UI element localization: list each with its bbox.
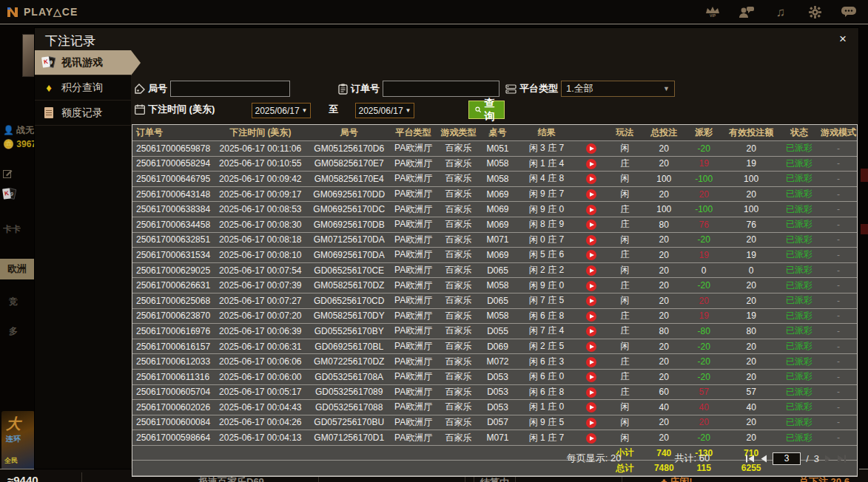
bet-time-label: 下注时间 (美东) xyxy=(148,103,215,116)
cell-game-type: 百家乐 xyxy=(437,234,480,246)
cell-play-type: 闲 xyxy=(605,172,644,185)
platform-list-icon xyxy=(505,84,517,94)
play-video-icon[interactable] xyxy=(586,159,596,169)
cell-table-no: M051 xyxy=(480,143,516,154)
play-video-icon[interactable] xyxy=(586,402,596,413)
column-header: 派彩 xyxy=(684,126,724,139)
cell-game-type: 百家乐 xyxy=(437,370,480,383)
column-header: 平台类型 xyxy=(390,126,437,139)
play-video-icon[interactable] xyxy=(586,311,596,322)
last-page-icon[interactable] xyxy=(837,455,847,463)
cell-round-no: GM058256170E4 xyxy=(309,174,390,184)
sidebar-item-points-query[interactable]: ♦ 积分查询 xyxy=(35,75,131,101)
close-icon[interactable]: × xyxy=(839,32,847,47)
sidebar-item-video-games[interactable]: 9K 视讯游戏 xyxy=(35,50,131,75)
cell-video xyxy=(577,417,605,428)
diamond-icon: ♦ xyxy=(42,82,55,93)
customer-service-icon[interactable] xyxy=(738,4,756,20)
play-video-icon[interactable] xyxy=(586,174,596,184)
play-video-icon[interactable] xyxy=(586,357,596,367)
play-video-icon[interactable] xyxy=(586,387,596,398)
cell-order-no: 250617000600084 xyxy=(132,417,212,427)
table-row: 2506170006431482025-06-17 00:09:17GM0692… xyxy=(132,187,857,203)
play-video-icon[interactable] xyxy=(586,250,596,260)
order-input[interactable] xyxy=(383,81,499,97)
cell-platform: PA欧洲厅 xyxy=(390,356,437,368)
column-header: 桌号 xyxy=(480,126,516,139)
bg-right-fragment xyxy=(861,224,868,234)
cell-order-no: 250617000626631 xyxy=(132,280,212,291)
play-video-icon[interactable] xyxy=(586,433,596,444)
brand-name: PLAY△CE xyxy=(24,6,78,18)
cell-platform: PA欧洲厅 xyxy=(390,279,437,292)
cell-bet-time: 2025-06-17 00:10:55 xyxy=(212,158,309,169)
cell-table-no: M069 xyxy=(480,220,516,230)
play-video-icon[interactable] xyxy=(586,265,596,276)
date-to-picker[interactable]: 2025/06/17 ▼ xyxy=(355,103,414,118)
prev-page-icon[interactable] xyxy=(760,455,767,463)
play-video-icon[interactable] xyxy=(586,235,596,245)
cell-result: 闲 1 庄 0 xyxy=(515,401,577,413)
play-video-icon[interactable] xyxy=(586,372,596,382)
next-page-icon[interactable] xyxy=(824,455,832,463)
cell-status: 已派彩 xyxy=(778,218,820,231)
cell-payout: 20 xyxy=(684,189,724,200)
table-row: 2506170006290252025-06-17 00:07:54GD0652… xyxy=(132,263,857,279)
cell-play-type: 闲 xyxy=(605,340,644,353)
play-video-icon[interactable] xyxy=(586,205,596,215)
play-video-icon[interactable] xyxy=(586,326,596,336)
date-from-picker[interactable]: 2025/06/17 ▼ xyxy=(252,103,311,118)
cell-platform: PA欧洲厅 xyxy=(390,370,437,383)
search-button[interactable]: 查询 xyxy=(468,101,505,119)
cell-valid-bet: 100 xyxy=(724,174,778,184)
table-row: 2506170006383842025-06-17 00:08:53GM0692… xyxy=(132,202,857,217)
play-video-icon[interactable] xyxy=(586,296,596,306)
play-video-icon[interactable] xyxy=(586,189,596,200)
cell-game-mode: - xyxy=(820,234,857,245)
cell-bet-time: 2025-06-17 00:11:06 xyxy=(212,143,309,154)
play-video-icon[interactable] xyxy=(586,342,596,352)
cell-bet-time: 2025-06-17 00:06:31 xyxy=(212,342,309,352)
clipboard-icon xyxy=(338,84,348,95)
play-video-icon[interactable] xyxy=(586,220,596,230)
cell-order-no: 250617000605704 xyxy=(132,387,212,397)
cell-bet-time: 2025-06-17 00:07:20 xyxy=(212,310,309,321)
cell-valid-bet: 20 xyxy=(724,417,778,427)
play-video-icon[interactable] xyxy=(586,281,596,291)
vip-icon[interactable]: VIP xyxy=(704,4,721,20)
cell-game-mode: - xyxy=(820,250,857,260)
chat-icon[interactable] xyxy=(840,4,858,20)
cell-payout: -20 xyxy=(684,356,724,367)
page-input[interactable] xyxy=(773,452,801,465)
order-filter-label: 订单号 xyxy=(351,82,380,95)
cell-order-no: 250617000646795 xyxy=(132,174,212,184)
music-icon[interactable]: ♫ xyxy=(772,4,790,20)
platform-select[interactable]: 1.全部 ▼ xyxy=(561,81,675,97)
sidebar-item-label: 视讯游戏 xyxy=(61,56,103,69)
cell-game-mode: - xyxy=(820,372,857,382)
bottom-balance: ≈9440 xyxy=(7,474,38,482)
cell-total-bet: 20 xyxy=(644,143,684,154)
round-filter-label: 局号 xyxy=(148,82,167,95)
play-video-icon[interactable] xyxy=(586,418,596,428)
gear-icon[interactable] xyxy=(806,4,824,20)
cell-valid-bet: 20 xyxy=(724,296,778,306)
cell-payout: -20 xyxy=(684,432,724,443)
cell-valid-bet: 76 xyxy=(724,220,778,230)
cell-total-bet: 80 xyxy=(644,220,684,230)
cell-result: 闲 3 庄 7 xyxy=(515,142,577,155)
promo-banner[interactable]: 大 连环 全民 xyxy=(1,411,35,472)
first-page-icon[interactable] xyxy=(745,455,755,463)
cell-game-type: 百家乐 xyxy=(437,264,480,276)
cell-game-mode: - xyxy=(820,356,857,367)
cell-status: 已派彩 xyxy=(778,432,820,444)
play-video-icon[interactable] xyxy=(586,143,596,154)
round-input[interactable] xyxy=(170,81,290,97)
cell-game-mode: - xyxy=(820,342,857,352)
cell-result: 闲 8 庄 9 xyxy=(515,218,577,231)
bg-nav-item-active[interactable]: 欧洲 xyxy=(0,259,35,279)
cell-play-type: 庄 xyxy=(605,370,644,383)
sidebar-item-credit-records[interactable]: 额度记录 xyxy=(35,101,131,126)
pagination: / 3 xyxy=(745,452,858,465)
cell-valid-bet: 20 xyxy=(724,143,778,154)
